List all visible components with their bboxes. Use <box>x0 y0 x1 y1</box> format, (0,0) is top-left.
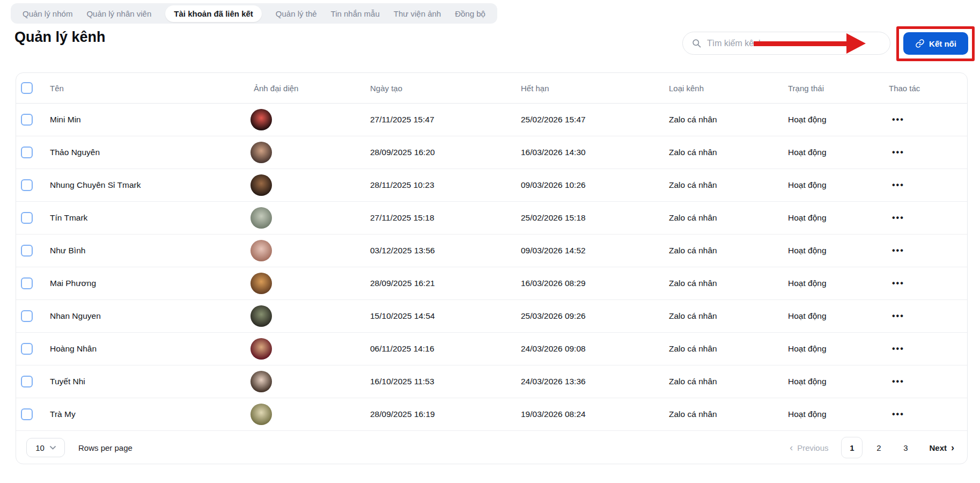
tab-item[interactable]: Quản lý nhân viên <box>86 9 151 18</box>
row-actions-menu-icon[interactable]: ••• <box>892 246 904 255</box>
page-number-button[interactable]: 1 <box>841 437 863 458</box>
created-date: 16/10/2025 11:53 <box>370 377 434 386</box>
status-label: Hoạt động <box>788 115 827 125</box>
tab-item[interactable]: Tin nhắn mẫu <box>331 9 380 18</box>
row-checkbox[interactable] <box>21 376 33 387</box>
channel-type: Zalo cá nhân <box>669 409 717 419</box>
row-actions-menu-icon[interactable]: ••• <box>892 213 904 223</box>
link-icon <box>915 39 925 48</box>
chevron-down-icon <box>50 446 56 450</box>
row-checkbox[interactable] <box>21 343 33 355</box>
page-buttons: 1 2 3 <box>841 437 916 458</box>
chevron-right-icon: › <box>951 443 954 452</box>
rows-per-page-label: Rows per page <box>78 443 132 452</box>
avatar <box>250 338 272 360</box>
row-checkbox[interactable] <box>21 408 33 420</box>
tab-label: Quản lý nhân viên <box>86 9 151 18</box>
row-actions-menu-icon[interactable]: ••• <box>892 344 904 354</box>
table-row: Tuyết Nhi 16/10/2025 11:53 24/03/2026 13… <box>16 365 967 398</box>
row-checkbox[interactable] <box>21 310 33 322</box>
column-header-status: Trạng thái <box>788 84 824 93</box>
channel-name: Như Bình <box>50 246 85 255</box>
row-checkbox[interactable] <box>21 245 33 257</box>
table-row: Tín Tmark 27/11/2025 15:18 25/02/2026 15… <box>16 202 967 235</box>
status-label: Hoạt động <box>788 311 827 321</box>
channel-name: Thảo Nguyên <box>50 148 100 157</box>
page-number-label: 2 <box>876 443 881 452</box>
row-checkbox[interactable] <box>21 277 33 289</box>
avatar <box>250 404 272 425</box>
tab-bar: Quản lý nhóm Quản lý nhân viên Tài khoản… <box>11 3 497 24</box>
avatar <box>250 273 272 294</box>
previous-page-button[interactable]: ‹ Previous <box>790 443 828 452</box>
column-header-actions: Thao tác <box>889 84 920 93</box>
created-date: 06/11/2025 14:16 <box>370 344 434 354</box>
status-label: Hoạt động <box>788 180 827 190</box>
created-date: 28/09/2025 16:19 <box>370 409 435 419</box>
created-date: 28/09/2025 16:21 <box>370 279 435 288</box>
row-actions-menu-icon[interactable]: ••• <box>892 115 904 125</box>
table-row: Hoàng Nhân 06/11/2025 14:16 24/03/2026 0… <box>16 333 967 365</box>
rows-per-page-value: 10 <box>35 443 45 452</box>
expiry-date: 25/02/2026 15:47 <box>521 115 586 125</box>
channel-name: Tín Tmark <box>50 213 87 223</box>
column-header-expiry: Hết hạn <box>521 84 549 93</box>
expiry-date: 24/03/2026 09:08 <box>521 344 586 354</box>
expiry-date: 25/03/2026 09:26 <box>521 311 586 321</box>
status-label: Hoạt động <box>788 148 827 157</box>
table-row: Nhung Chuyên Sỉ Tmark 28/11/2025 10:23 0… <box>16 169 967 202</box>
row-checkbox[interactable] <box>21 114 33 126</box>
rows-per-page-select[interactable]: 10 <box>26 438 65 457</box>
status-label: Hoạt động <box>788 279 827 288</box>
connect-button-label: Kết nối <box>929 39 956 48</box>
page-number-button[interactable]: 3 <box>895 437 916 458</box>
created-date: 03/12/2025 13:56 <box>370 246 435 255</box>
select-all-checkbox[interactable] <box>21 82 33 94</box>
row-actions-menu-icon[interactable]: ••• <box>892 311 904 321</box>
row-actions-menu-icon[interactable]: ••• <box>892 148 904 157</box>
page-number-button[interactable]: 2 <box>868 437 889 458</box>
channel-type: Zalo cá nhân <box>669 115 717 125</box>
expiry-date: 09/03/2026 14:52 <box>521 246 586 255</box>
avatar <box>250 240 272 261</box>
row-checkbox[interactable] <box>21 147 33 158</box>
row-checkbox[interactable] <box>21 212 33 224</box>
channels-table: Tên Ảnh đại diện Ngày tạo Hết hạn Loại k… <box>16 72 968 464</box>
table-row: Thảo Nguyên 28/09/2025 16:20 16/03/2026 … <box>16 136 967 169</box>
tab-label: Quản lý nhóm <box>23 9 72 18</box>
tab-item[interactable]: Tài khoản đã liên kết <box>165 5 262 22</box>
tab-label: Tài khoản đã liên kết <box>174 9 253 18</box>
connect-button[interactable]: Kết nối <box>903 32 968 55</box>
expiry-date: 25/02/2026 15:18 <box>521 213 586 223</box>
expiry-date: 16/03/2026 08:29 <box>521 279 586 288</box>
channel-name: Nhung Chuyên Sỉ Tmark <box>50 180 141 190</box>
row-actions-menu-icon[interactable]: ••• <box>892 377 904 386</box>
tab-item[interactable]: Quản lý nhóm <box>23 9 72 18</box>
channel-name: Hoàng Nhân <box>50 344 97 354</box>
column-header-created: Ngày tạo <box>370 84 402 93</box>
row-actions-menu-icon[interactable]: ••• <box>892 180 904 190</box>
expiry-date: 19/03/2026 08:24 <box>521 409 586 419</box>
created-date: 28/09/2025 16:20 <box>370 148 435 157</box>
tab-item[interactable]: Đồng bộ <box>455 9 485 18</box>
column-header-name: Tên <box>50 84 64 93</box>
status-label: Hoạt động <box>788 344 827 354</box>
tab-item[interactable]: Thư viện ảnh <box>394 9 441 18</box>
row-checkbox[interactable] <box>21 179 33 191</box>
row-actions-menu-icon[interactable]: ••• <box>892 409 904 419</box>
table-body: Mini Min 27/11/2025 15:47 25/02/2026 15:… <box>16 104 967 431</box>
next-label: Next <box>929 443 947 452</box>
channel-type: Zalo cá nhân <box>669 311 717 321</box>
tab-item[interactable]: Quản lý thẻ <box>276 9 317 18</box>
next-page-button[interactable]: Next › <box>929 443 954 452</box>
table-row: Mini Min 27/11/2025 15:47 25/02/2026 15:… <box>16 104 967 136</box>
tab-label: Đồng bộ <box>455 9 485 18</box>
table-header: Tên Ảnh đại diện Ngày tạo Hết hạn Loại k… <box>16 73 967 104</box>
channel-name: Mini Min <box>50 115 81 125</box>
page-number-label: 1 <box>850 443 854 452</box>
tab-label: Tin nhắn mẫu <box>331 9 380 18</box>
expiry-date: 09/03/2026 10:26 <box>521 180 586 190</box>
channel-type: Zalo cá nhân <box>669 148 717 157</box>
table-row: Trà My 28/09/2025 16:19 19/03/2026 08:24… <box>16 398 967 431</box>
row-actions-menu-icon[interactable]: ••• <box>892 279 904 288</box>
